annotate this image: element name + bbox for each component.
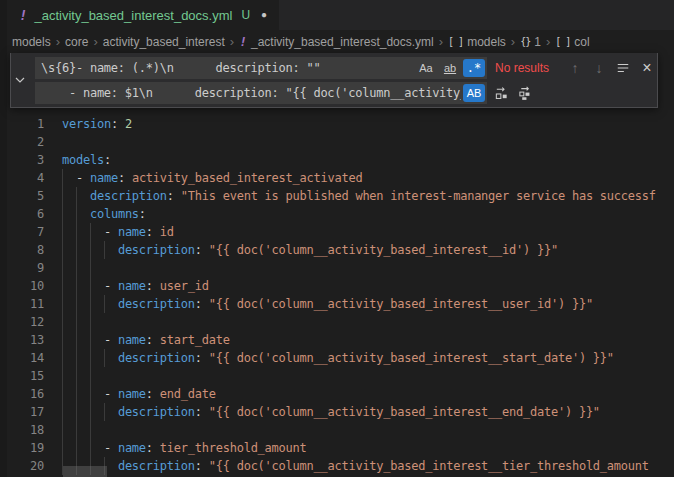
- toggle-replace-button[interactable]: [11, 53, 29, 107]
- indent-guide: [76, 313, 77, 331]
- indent-guide: [90, 313, 91, 331]
- code-line[interactable]: 18: [0, 421, 674, 439]
- replace-all-icon: [518, 86, 533, 101]
- replace-row: - name: $1\n description: "{{ doc('colum…: [35, 82, 653, 104]
- yaml-file-icon: !: [239, 34, 247, 49]
- next-match-button[interactable]: ↓: [589, 58, 609, 78]
- find-input[interactable]: \s{6}- name: (.*)\n description: "" Aa a…: [35, 57, 487, 79]
- indent-guide: [62, 367, 63, 385]
- breadcrumb-item[interactable]: [ ]models: [448, 35, 506, 49]
- chevron-down-icon: [14, 74, 26, 86]
- breadcrumb-label: models: [12, 35, 51, 49]
- line-text: description: "{{ doc('column__activity_b…: [62, 457, 649, 475]
- code-line[interactable]: 11 description: "{{ doc('column__activit…: [0, 295, 674, 313]
- tab-active-file[interactable]: ! _activity_based_interest_docs.yml U ●: [7, 0, 280, 30]
- breadcrumb-separator: ›: [93, 34, 97, 49]
- find-query-text: \s{6}- name: (.*)\n description: "": [41, 61, 413, 75]
- replace-all-button[interactable]: [515, 83, 535, 103]
- code-line[interactable]: 4 - name: activity_based_interest_activa…: [0, 169, 674, 187]
- indent-guide: [62, 421, 63, 439]
- indent-guide: [90, 421, 91, 439]
- editor[interactable]: 1version: 223models:4 - name: activity_b…: [0, 53, 674, 477]
- find-row: \s{6}- name: (.*)\n description: "" Aa a…: [35, 57, 653, 79]
- tab-bar: ! _activity_based_interest_docs.yml U ●: [0, 0, 674, 30]
- indent-guide: [62, 259, 63, 277]
- line-text: - name: start_date: [62, 331, 230, 349]
- code-line[interactable]: 1version: 2: [0, 115, 674, 133]
- breadcrumb-item[interactable]: activity_based_interest: [103, 35, 225, 49]
- indent-guide: [90, 367, 91, 385]
- breadcrumb-label: 1: [534, 35, 541, 49]
- code-line[interactable]: 14 description: "{{ doc('column__activit…: [0, 349, 674, 367]
- code-line[interactable]: 13 - name: start_date: [0, 331, 674, 349]
- indent-guide: [90, 259, 91, 277]
- code-line[interactable]: 8 description: "{{ doc('column__activity…: [0, 241, 674, 259]
- replace-value-text: - name: $1\n description: "{{ doc('colum…: [41, 86, 461, 100]
- code-line[interactable]: 5 description: "This event is published …: [0, 187, 674, 205]
- code-line[interactable]: 15: [0, 367, 674, 385]
- breadcrumb-separator: ›: [439, 34, 443, 49]
- line-text: models:: [62, 151, 111, 169]
- line-text: - name: id: [62, 223, 174, 241]
- breadcrumb-label: core: [65, 35, 88, 49]
- replace-input[interactable]: - name: $1\n description: "{{ doc('colum…: [35, 82, 487, 104]
- code-line[interactable]: 10 - name: user_id: [0, 277, 674, 295]
- symbol-array-icon: [ ]: [448, 36, 463, 47]
- line-text: description: "{{ doc('column__activity_b…: [62, 241, 558, 259]
- code-lines: 1version: 223models:4 - name: activity_b…: [0, 115, 674, 475]
- breadcrumb-item[interactable]: [ ]col: [555, 35, 589, 49]
- breadcrumb-item[interactable]: {}1: [520, 35, 541, 49]
- code-line[interactable]: 19 - name: tier_threshold_amount: [0, 439, 674, 457]
- match-case-button[interactable]: Aa: [415, 59, 437, 77]
- left-edge-strip: [0, 0, 7, 477]
- line-text: - name: end_date: [62, 385, 216, 403]
- line-text: description: "{{ doc('column__activity_b…: [62, 349, 614, 367]
- breadcrumb-label: _activity_based_interest_docs.yml: [251, 35, 434, 49]
- breadcrumb-label: models: [467, 35, 506, 49]
- regex-button[interactable]: .*: [463, 59, 485, 77]
- breadcrumb: models›core›activity_based_interest›!_ac…: [7, 30, 674, 53]
- breadcrumb-item[interactable]: !_activity_based_interest_docs.yml: [239, 34, 434, 49]
- horizontal-scrollbar[interactable]: [63, 466, 107, 477]
- line-text: version: 2: [62, 115, 132, 133]
- replace-button[interactable]: [491, 83, 511, 103]
- line-text: description: "{{ doc('column__activity_b…: [62, 295, 593, 313]
- git-untracked-badge: U: [241, 8, 250, 22]
- code-line[interactable]: 16 - name: end_date: [0, 385, 674, 403]
- unsaved-dot-icon[interactable]: ●: [261, 10, 267, 20]
- line-text: - name: activity_based_interest_activate…: [62, 169, 362, 187]
- indent-guide: [76, 367, 77, 385]
- breadcrumb-separator: ›: [546, 34, 550, 49]
- code-line[interactable]: 17 description: "{{ doc('column__activit…: [0, 403, 674, 421]
- code-line[interactable]: 7 - name: id: [0, 223, 674, 241]
- line-text: description: "This event is published wh…: [62, 187, 656, 205]
- breadcrumb-item[interactable]: models: [12, 35, 51, 49]
- line-text: - name: tier_threshold_amount: [62, 439, 307, 457]
- line-text: - name: user_id: [62, 277, 209, 295]
- symbol-object-icon: {}: [520, 36, 530, 47]
- breadcrumb-separator: ›: [511, 34, 515, 49]
- replace-icon: [494, 86, 509, 101]
- code-line[interactable]: 9: [0, 259, 674, 277]
- preserve-case-button[interactable]: AB: [463, 84, 485, 102]
- previous-match-button[interactable]: ↑: [565, 58, 585, 78]
- breadcrumb-label: activity_based_interest: [103, 35, 225, 49]
- breadcrumb-label: col: [574, 35, 589, 49]
- find-in-selection-button[interactable]: [613, 58, 633, 78]
- line-text: columns:: [62, 205, 146, 223]
- code-line[interactable]: 6 columns:: [0, 205, 674, 223]
- breadcrumb-separator: ›: [230, 34, 234, 49]
- indent-guide: [76, 259, 77, 277]
- symbol-array-icon: [ ]: [555, 36, 570, 47]
- code-line[interactable]: 12: [0, 313, 674, 331]
- breadcrumb-item[interactable]: core: [65, 35, 88, 49]
- code-line[interactable]: 3models:: [0, 151, 674, 169]
- selection-lines-icon: [616, 61, 630, 75]
- close-find-widget-button[interactable]: ×: [637, 58, 657, 78]
- find-replace-widget: \s{6}- name: (.*)\n description: "" Aa a…: [10, 53, 658, 108]
- code-line[interactable]: 2: [0, 133, 674, 151]
- tab-filename: _activity_based_interest_docs.yml: [34, 8, 232, 23]
- breadcrumb-separator: ›: [56, 34, 60, 49]
- line-text: description: "{{ doc('column__activity_b…: [62, 403, 600, 421]
- whole-word-button[interactable]: ab: [439, 59, 461, 77]
